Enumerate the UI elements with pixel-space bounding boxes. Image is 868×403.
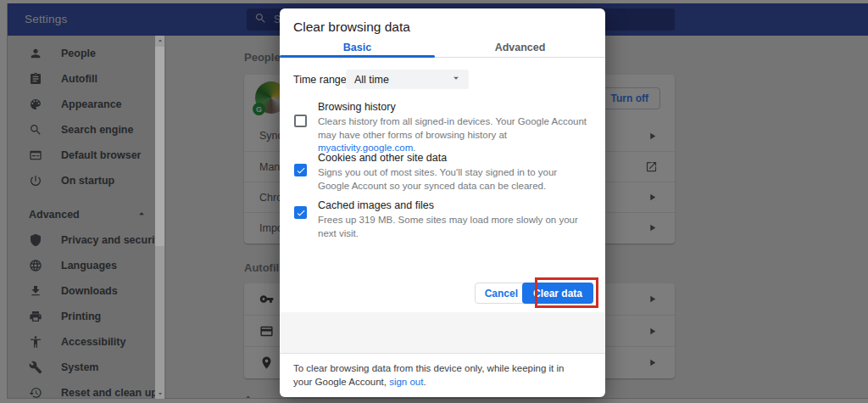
time-range-label: Time range bbox=[293, 74, 347, 86]
tab-advanced[interactable]: Advanced bbox=[435, 42, 605, 57]
description-text: Clears history from all signed-in device… bbox=[318, 116, 587, 140]
option-title: Cookies and other site data bbox=[318, 152, 591, 164]
scrollbar-up-arrow[interactable] bbox=[155, 36, 164, 46]
option-description: Clears history from all signed-in device… bbox=[318, 115, 591, 155]
scrollbar-thumb[interactable] bbox=[155, 47, 164, 246]
chevron-down-icon bbox=[156, 389, 164, 398]
footer-text: To clear browsing data from this device … bbox=[293, 363, 564, 387]
time-range-value: All time bbox=[354, 74, 389, 86]
option-description: Frees up 319 MB. Some sites may load mor… bbox=[318, 214, 591, 240]
dialog-footer-strip bbox=[280, 312, 605, 354]
check-icon bbox=[296, 208, 306, 218]
check-icon bbox=[296, 165, 306, 176]
dialog-footer-note: To clear browsing data from this device … bbox=[293, 361, 581, 389]
option-text-cached-images-and-files: Cached images and filesFrees up 319 MB. … bbox=[318, 199, 591, 240]
checkbox-browsing-history[interactable] bbox=[294, 115, 307, 127]
sidebar-scrollbar[interactable] bbox=[155, 36, 164, 399]
time-range-dropdown[interactable]: All time bbox=[346, 70, 469, 89]
checkbox-cached-images-and-files[interactable] bbox=[294, 206, 307, 219]
option-title: Cached images and files bbox=[318, 199, 591, 211]
annotation-highlight-box bbox=[535, 277, 598, 308]
option-text-browsing-history: Browsing historyClears history from all … bbox=[318, 101, 591, 155]
active-tab-underline bbox=[280, 55, 435, 58]
sign-out-link[interactable]: sign out bbox=[389, 377, 423, 387]
option-text-cookies-and-other-site-data: Cookies and other site dataSigns you out… bbox=[318, 152, 591, 193]
footer-suffix: . bbox=[423, 377, 426, 387]
chevron-down-icon bbox=[450, 72, 462, 84]
scrollbar-down-arrow[interactable] bbox=[155, 389, 164, 399]
caret-up-icon bbox=[156, 36, 164, 45]
description-text: Signs you out of most sites. You'll stay… bbox=[318, 167, 557, 191]
description-text: Frees up 319 MB. Some sites may load mor… bbox=[318, 215, 578, 238]
option-description: Signs you out of most sites. You'll stay… bbox=[318, 166, 591, 193]
checkbox-cookies-and-other-site-data[interactable] bbox=[294, 164, 307, 176]
cancel-button[interactable]: Cancel bbox=[475, 283, 528, 304]
dialog-title: Clear browsing data bbox=[293, 20, 410, 35]
option-title: Browsing history bbox=[318, 101, 591, 113]
clear-browsing-data-dialog: Clear browsing data Basic Advanced Time … bbox=[280, 8, 605, 397]
chevron-down-icon bbox=[450, 72, 462, 87]
chrome-settings-page: Settings Search settings PeopleAutofillA… bbox=[0, 0, 868, 403]
